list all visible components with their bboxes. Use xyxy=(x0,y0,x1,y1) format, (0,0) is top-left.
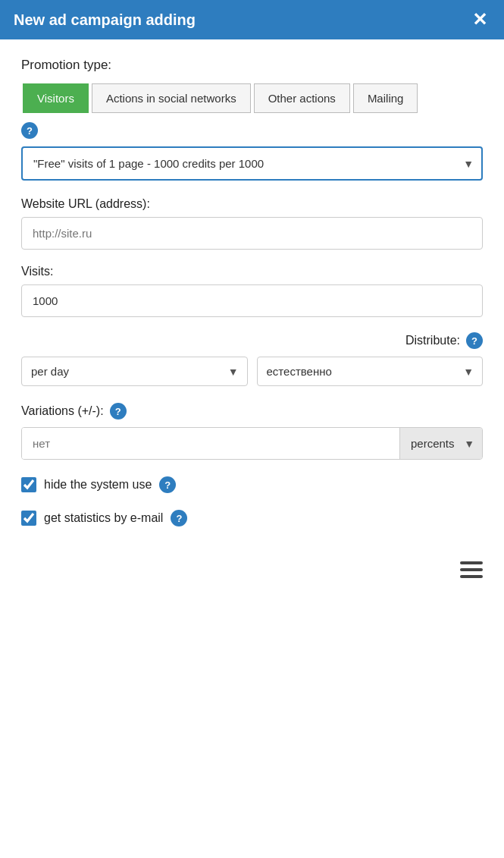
promotion-help-icon[interactable]: ? xyxy=(21,122,38,139)
website-url-input[interactable] xyxy=(21,217,483,250)
get-stats-checkbox[interactable] xyxy=(21,511,36,526)
hide-system-help-icon[interactable]: ? xyxy=(159,476,176,493)
hide-system-label: hide the system use xyxy=(44,478,152,492)
hamburger-line-3 xyxy=(460,575,483,578)
distribute-row: Distribute: ? xyxy=(21,332,483,349)
tab-other-actions[interactable]: Other actions xyxy=(254,83,350,113)
close-button[interactable]: ✕ xyxy=(469,11,490,29)
visit-type-select[interactable]: "Free" visits of 1 page - 1000 credits p… xyxy=(21,146,483,181)
distribute-method-wrapper: естественно равномерно ▼ xyxy=(257,357,484,386)
hamburger-line-2 xyxy=(460,568,483,571)
variations-input[interactable] xyxy=(22,428,399,459)
hamburger-menu-icon[interactable] xyxy=(460,561,483,578)
tab-group: Visitors Actions in social networks Othe… xyxy=(21,82,483,115)
modal-container: New ad campaign adding ✕ Promotion type:… xyxy=(0,0,504,858)
hide-system-checkbox[interactable] xyxy=(21,477,36,492)
visits-label: Visits: xyxy=(21,265,483,278)
variations-input-row: percents visits ▼ xyxy=(21,427,483,460)
variations-label: Variations (+/-): xyxy=(21,404,104,418)
distribute-help-icon[interactable]: ? xyxy=(466,332,483,349)
distribute-method-select[interactable]: естественно равномерно xyxy=(257,357,484,386)
get-stats-help-icon[interactable]: ? xyxy=(171,510,187,526)
distribute-selects-row: per day per hour per week ▼ естественно … xyxy=(21,357,483,386)
website-url-label: Website URL (address): xyxy=(21,197,483,211)
variations-unit-select[interactable]: percents visits xyxy=(400,428,482,459)
promotion-type-label: Promotion type: xyxy=(21,58,483,73)
distribute-label: Distribute: xyxy=(405,334,460,347)
modal-footer xyxy=(0,561,504,599)
tab-social-networks[interactable]: Actions in social networks xyxy=(92,83,251,113)
get-stats-row: get statistics by e-mail ? xyxy=(21,510,483,526)
variations-row: Variations (+/-): ? xyxy=(21,403,483,420)
distribute-period-wrapper: per day per hour per week ▼ xyxy=(21,357,248,386)
hamburger-line-1 xyxy=(460,561,483,564)
tab-visitors[interactable]: Visitors xyxy=(23,83,89,113)
distribute-period-select[interactable]: per day per hour per week xyxy=(21,357,248,386)
visits-input[interactable] xyxy=(21,284,483,317)
get-stats-label: get statistics by e-mail xyxy=(44,511,163,525)
hide-system-row: hide the system use ? xyxy=(21,476,483,493)
variations-unit-wrapper: percents visits ▼ xyxy=(399,428,482,459)
modal-body: Promotion type: Visitors Actions in soci… xyxy=(0,39,504,561)
tab-mailing[interactable]: Mailing xyxy=(353,83,418,113)
visit-type-wrapper: "Free" visits of 1 page - 1000 credits p… xyxy=(21,146,483,181)
variations-help-icon[interactable]: ? xyxy=(110,403,127,420)
modal-header: New ad campaign adding ✕ xyxy=(0,0,504,39)
modal-title: New ad campaign adding xyxy=(14,11,196,29)
